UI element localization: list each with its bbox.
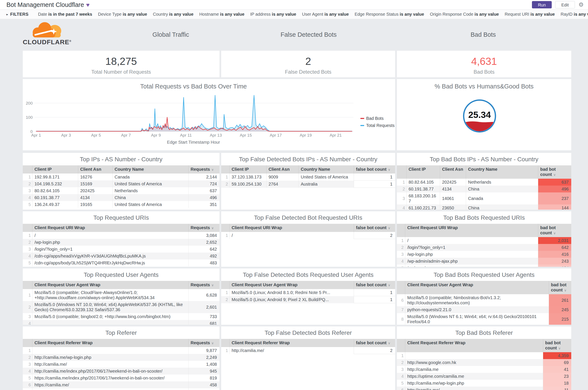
row-number: 2: [221, 181, 229, 188]
column-header[interactable]: Client Asn: [440, 165, 466, 179]
cell: United States of America: [112, 180, 188, 187]
table-row: 180.82.64.105202425Netherlands637: [397, 179, 571, 186]
column-header[interactable]: Client Asn: [266, 165, 298, 174]
table-row: 3Mozilla/5.0 (compatible; bingbot/2.0; +…: [23, 313, 219, 320]
table-tile-top-bad-user-agents: Top Bad Bots Requested User AgentsClient…: [397, 268, 571, 325]
cell: 681: [188, 320, 219, 325]
table-tile-top-ips: Top IPs - AS Number - CountryClient IPCl…: [23, 153, 219, 210]
column-header[interactable]: Client Request Referer Wrap: [229, 339, 354, 347]
column-header[interactable]: false bot count∨: [354, 165, 395, 174]
row-number: 5: [23, 259, 32, 266]
sort-chevron-down-icon[interactable]: ∨: [564, 289, 567, 292]
row-number: 4: [23, 368, 32, 375]
kpi-label: False Detected Bots: [221, 69, 395, 75]
sort-chevron-down-icon[interactable]: ∨: [211, 341, 214, 345]
column-header[interactable]: Requests∨: [188, 281, 219, 289]
legend-item[interactable]: Bad Bots: [360, 116, 394, 121]
filter-token[interactable]: Country is any value: [153, 12, 194, 16]
column-header[interactable]: Client Request User Agent Wrap: [32, 281, 188, 289]
cell: Canada: [466, 193, 538, 204]
cell: 60.191.38.77: [406, 186, 440, 193]
cell: /xmlrpc.php: [405, 265, 538, 267]
sort-chevron-down-icon[interactable]: ∨: [211, 283, 214, 287]
filter-token[interactable]: User Agent is any value: [302, 12, 349, 16]
filter-token[interactable]: IP address is any value: [250, 12, 296, 16]
section-header-global-traffic: Global Traffic: [152, 31, 189, 38]
column-header[interactable]: Country Name: [298, 165, 354, 174]
column-header[interactable]: false bot count∨: [354, 339, 395, 347]
sort-chevron-down-icon[interactable]: ∨: [388, 226, 391, 230]
filters-expand-icon[interactable]: ▸: [6, 12, 8, 16]
row-number: 1: [23, 174, 32, 180]
column-header[interactable]: bad bot count∨: [543, 339, 571, 352]
sort-chevron-down-icon[interactable]: ∨: [211, 226, 214, 230]
column-header[interactable]: bad bot count∨: [549, 281, 571, 294]
column-header[interactable]: false bot count∨: [354, 281, 395, 289]
table-row: 2104.198.5.23215169United States of Amer…: [23, 180, 219, 187]
filter-condition: is any value: [169, 12, 193, 16]
column-header[interactable]: Client Request User Agent Wrap: [229, 281, 354, 289]
cell: /: [32, 232, 188, 239]
cell: [32, 347, 188, 354]
column-header[interactable]: Country Name: [466, 165, 538, 179]
sort-chevron-down-icon[interactable]: ∨: [211, 168, 214, 171]
filter-token[interactable]: RayID is any value: [560, 12, 588, 16]
column-header[interactable]: Requests∨: [188, 224, 219, 232]
column-header[interactable]: Client Request URI Wrap: [32, 224, 188, 232]
column-header[interactable]: Client Request URI Wrap: [229, 224, 354, 232]
row-number: 2: [23, 354, 32, 361]
row-number: 5: [23, 375, 32, 381]
cell: 144: [538, 204, 571, 210]
column-header[interactable]: Client Request Referer Wrap: [32, 339, 188, 347]
gear-icon[interactable]: ⚙︎: [579, 0, 584, 9]
table-row: 6http://camilia.me/11: [397, 387, 571, 390]
legend-item[interactable]: Total Requests: [360, 123, 394, 128]
column-header[interactable]: Client Request Referer Wrap: [405, 339, 543, 352]
svg-text:Apr 13: Apr 13: [210, 133, 222, 138]
column-header[interactable]: Client IP: [32, 165, 78, 174]
row-number: 6: [397, 294, 405, 306]
column-header[interactable]: false bot count∨: [354, 224, 395, 232]
cell: /cdn-cgi/apps/head/xVgyKhR-vV3dAUGhMqfBc…: [32, 252, 188, 259]
filters-toggle[interactable]: FILTERS: [10, 12, 29, 17]
sort-chevron-down-icon[interactable]: ∨: [388, 341, 391, 345]
sort-chevron-down-icon[interactable]: ∨: [558, 346, 561, 350]
column-header[interactable]: Client Asn: [78, 165, 112, 174]
column-header[interactable]: bad bot count∨: [538, 165, 571, 179]
cell: Australia: [298, 181, 354, 188]
sort-chevron-down-icon[interactable]: ∨: [388, 283, 391, 287]
column-header[interactable]: Requests∨: [188, 165, 219, 174]
cell: 9,877: [188, 347, 219, 354]
column-header[interactable]: Client Request URI Wrap: [405, 224, 538, 237]
column-header[interactable]: Client IP: [406, 165, 440, 179]
table-title: Top False Detected Bots Requested User A…: [221, 268, 395, 281]
cell: http://camilia.me/index.php/2017/05/14/h…: [32, 388, 188, 390]
filter-token[interactable]: Edge Response Status is any value: [354, 12, 424, 16]
cell: 819: [188, 375, 219, 381]
cell: 2,144: [188, 174, 219, 180]
edit-button[interactable]: Edit: [555, 1, 575, 8]
filter-token[interactable]: Hostname is any value: [199, 12, 245, 16]
row-number: 3: [397, 193, 406, 204]
filter-token[interactable]: Request URI is any value: [505, 12, 555, 16]
column-header[interactable]: bad bot count∨: [538, 224, 571, 237]
gauge-tile: % Bad Bots vs Humans&Good Bots25.34: [397, 79, 571, 150]
column-header[interactable]: Country Name: [112, 165, 188, 174]
filter-token[interactable]: Date is in the past 7 weeks: [38, 12, 92, 16]
cell: 136.24.49.37: [32, 201, 78, 208]
filter-token[interactable]: Origin Response Code is any value: [430, 12, 499, 16]
table-tile-top-false-user-agents: Top False Detected Bots Requested User A…: [221, 268, 395, 325]
sort-chevron-down-icon[interactable]: ∨: [553, 231, 556, 235]
column-header[interactable]: Requests∨: [188, 339, 219, 347]
column-header[interactable]: Client IP: [229, 165, 266, 174]
row-number: 3: [23, 246, 32, 252]
row-number: 2: [397, 244, 405, 251]
filter-token[interactable]: Device Type is any value: [98, 12, 147, 16]
cell: 41: [543, 366, 571, 373]
sort-chevron-down-icon[interactable]: ∨: [388, 168, 391, 171]
run-button[interactable]: Run: [532, 1, 552, 8]
row-number: 7: [23, 388, 32, 390]
cell: 733: [188, 313, 219, 320]
column-header[interactable]: Client Request User Agent Wrap: [405, 281, 549, 294]
sort-chevron-down-icon[interactable]: ∨: [553, 173, 556, 177]
